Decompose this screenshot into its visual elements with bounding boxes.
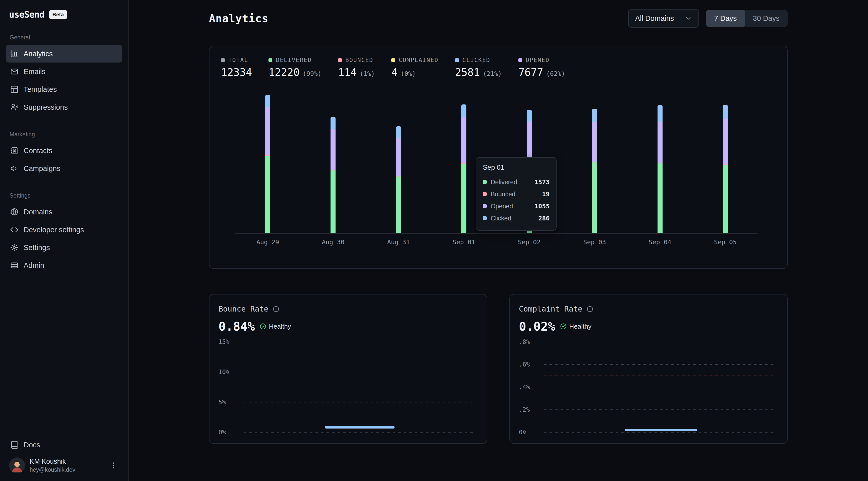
x-axis-label: Aug 29 — [235, 238, 300, 246]
email-volume-chart: Aug 29Aug 30Aug 31Sep 01Sep 02Sep 03Sep … — [217, 95, 780, 246]
bar-segment-clicked — [331, 117, 336, 129]
gridline — [244, 402, 476, 403]
header-controls: All Domains 7 Days30 Days — [628, 9, 787, 28]
stat-label: DELIVERED — [276, 57, 312, 63]
legend-dot — [483, 216, 487, 220]
sidebar-item-label: Domains — [24, 208, 52, 216]
bounce-rate-title-row: Bounce Rate — [218, 304, 478, 313]
user-card[interactable]: KM Koushik hey@koushik.dev — [6, 454, 122, 475]
stat-bounced: BOUNCED114(1%) — [338, 57, 375, 78]
stat-delivered: DELIVERED12220(99%) — [269, 57, 321, 78]
sidebar-item-contacts[interactable]: Contacts — [6, 142, 122, 159]
sidebar-item-emails[interactable]: Emails — [6, 63, 122, 80]
sidebar-item-label: Analytics — [24, 50, 53, 58]
sidebar-item-analytics[interactable]: Analytics — [6, 45, 122, 63]
info-icon[interactable] — [586, 306, 593, 313]
user-email: hey@koushik.dev — [30, 467, 75, 473]
stat-label: OPENED — [526, 57, 550, 63]
stat-value-number: 12334 — [221, 66, 252, 78]
bar-segment-clicked — [527, 110, 532, 122]
sidebar-item-label: Admin — [24, 261, 44, 269]
legend-dot — [483, 180, 487, 184]
tooltip-label: Clicked — [491, 215, 511, 222]
sidebar-section-label: Marketing — [9, 131, 119, 138]
stat-percentage: (0%) — [401, 70, 416, 77]
check-circle-icon — [560, 323, 567, 330]
sidebar-item-label: Developer settings — [24, 226, 84, 234]
bar-sep-03[interactable] — [592, 109, 597, 233]
threshold-line — [244, 372, 476, 372]
tab-7-days[interactable]: 7 Days — [706, 10, 745, 27]
y-axis-label: 0% — [519, 429, 526, 436]
sidebar-item-settings[interactable]: Settings — [6, 239, 122, 256]
complaint-status-label: Healthy — [569, 323, 591, 330]
legend-dot — [518, 58, 522, 62]
app-logo: useSend — [9, 9, 44, 20]
stat-value-row: 12220(99%) — [269, 66, 321, 78]
page-title: Analytics — [209, 12, 269, 25]
sidebar-item-suppressions[interactable]: Suppressions — [6, 98, 122, 116]
domain-filter-select[interactable]: All Domains — [628, 9, 699, 28]
bar-segment-opened — [592, 122, 597, 162]
gridline — [244, 432, 476, 432]
stat-label: CLICKED — [462, 57, 490, 63]
bar-segment-delivered — [723, 165, 728, 233]
kebab-menu-icon[interactable] — [108, 460, 119, 471]
sidebar-item-templates[interactable]: Templates — [6, 81, 122, 98]
stat-value-number: 2581 — [455, 66, 480, 78]
bar-segment-clicked — [723, 105, 728, 119]
legend-dot — [483, 192, 487, 196]
stat-label-row: COMPLAINED — [391, 57, 438, 63]
stat-value-number: 12220 — [269, 66, 299, 78]
stat-label: TOTAL — [228, 57, 248, 63]
legend-dot — [483, 204, 487, 208]
tab-30-days[interactable]: 30 Days — [745, 10, 787, 27]
rate-line — [625, 429, 697, 431]
tooltip-row: Delivered1573 — [483, 176, 550, 188]
x-axis-label: Sep 05 — [693, 238, 758, 246]
info-icon[interactable] — [273, 306, 280, 313]
bar-aug-31[interactable] — [396, 126, 401, 233]
sidebar-item-admin[interactable]: Admin — [6, 257, 122, 274]
tooltip-value: 1055 — [534, 202, 550, 210]
x-axis-label: Sep 04 — [627, 238, 693, 246]
user-name: KM Koushik — [30, 458, 75, 466]
bar-sep-05[interactable] — [723, 105, 728, 233]
bar-segment-opened — [657, 122, 662, 163]
plot-area — [544, 342, 776, 432]
sidebar-item-label: Templates — [24, 85, 57, 94]
tooltip-rows: Delivered1573Bounced19Opened1055Clicked2… — [483, 176, 550, 224]
x-axis-label: Aug 31 — [366, 238, 431, 246]
bar-sep-01[interactable] — [461, 104, 466, 233]
bar-sep-04[interactable] — [657, 105, 662, 233]
bar-aug-30[interactable] — [331, 117, 336, 233]
gridline — [244, 342, 476, 342]
rows-card-icon — [10, 261, 19, 269]
sidebar-item-domains[interactable]: Domains — [6, 203, 122, 221]
bar-aug-29[interactable] — [265, 95, 270, 233]
bar-column — [235, 95, 300, 233]
bounce-rate-title: Bounce Rate — [218, 304, 269, 313]
complaint-rate-value: 0.02% — [519, 319, 555, 333]
stat-value-row: 4(0%) — [391, 66, 438, 78]
topbar: Analytics All Domains 7 Days30 Days — [209, 9, 787, 28]
threshold-line — [544, 376, 776, 376]
x-axis-line — [235, 233, 758, 233]
tooltip-label: Opened — [491, 202, 513, 210]
content: Analytics All Domains 7 Days30 Days TOTA… — [129, 0, 868, 444]
analytics-chart-card: TOTAL12334DELIVERED12220(99%)BOUNCED114(… — [209, 46, 787, 269]
tooltip-title: Sep 01 — [483, 164, 550, 171]
bar-column — [627, 95, 693, 233]
y-axis-label: 15% — [218, 339, 229, 346]
complaint-rate-value-row: 0.02% Healthy — [519, 319, 778, 333]
sidebar-item-docs[interactable]: Docs — [6, 436, 122, 454]
stat-label-row: BOUNCED — [338, 57, 375, 63]
complaint-rate-card: Complaint Rate 0.02% Healthy — [509, 294, 787, 444]
stat-label-row: OPENED — [518, 57, 565, 63]
sidebar-item-campaigns[interactable]: Campaigns — [6, 160, 122, 177]
bar-segment-clicked — [657, 105, 662, 122]
threshold-line — [544, 421, 776, 421]
date-range-tabs: 7 Days30 Days — [706, 10, 787, 27]
sidebar-item-developer-settings[interactable]: Developer settings — [6, 221, 122, 238]
complaint-rate-chart: .8%.6%.4%.2%0% — [519, 342, 778, 432]
